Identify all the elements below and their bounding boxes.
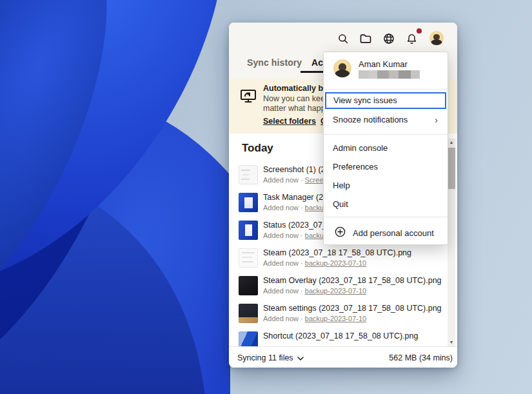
file-title: Shortcut (2023_07_18 17_58_08 UTC).png <box>263 331 445 340</box>
file-folder-link[interactable]: backup-2023-07-10 <box>305 259 366 267</box>
scroll-down-button[interactable]: ▼ <box>448 339 455 346</box>
file-thumbnail <box>239 276 258 295</box>
file-row[interactable]: Steam Overlay (2023_07_18 17_58_08 UTC).… <box>229 275 448 301</box>
menu-divider <box>324 217 448 217</box>
menu-item-add-personal-account[interactable]: Add personal account <box>324 222 447 244</box>
chevron-down-icon <box>297 353 304 362</box>
menu-item-preferences[interactable]: Preferences <box>324 159 447 175</box>
desktop-wallpaper <box>0 0 230 394</box>
tab-sync-history[interactable]: Sync history <box>247 57 302 68</box>
file-title: Steam (2023_07_18 17_58_08 UTC).png <box>263 248 445 257</box>
file-status: Added now · <box>263 204 303 212</box>
account-avatar <box>333 59 351 77</box>
user-name: Aman Kumar <box>359 59 408 69</box>
sync-status-text: Syncing 11 files <box>237 353 293 362</box>
file-status: Added now · <box>263 259 303 267</box>
scrollbar-thumb[interactable] <box>448 148 455 189</box>
sync-usage-text: 562 MB (34 mins) <box>389 353 453 362</box>
list-scrollbar[interactable]: ▲ ▼ <box>448 139 455 346</box>
menu-item-quit[interactable]: Quit <box>324 196 447 213</box>
scroll-up-button[interactable]: ▲ <box>448 139 455 146</box>
file-row[interactable]: Steam (2023_07_18 17_58_08 UTC).png Adde… <box>229 248 448 273</box>
notification-badge <box>417 28 422 34</box>
file-thumbnail <box>239 331 258 346</box>
menu-divider <box>324 89 448 90</box>
menu-divider <box>324 134 448 135</box>
menu-item-snooze-notifications[interactable]: Snooze notifications › <box>324 112 447 128</box>
menu-item-view-sync-issues[interactable]: View sync issues <box>325 92 446 109</box>
account-menu: Aman Kumar View sync issues Snooze notif… <box>323 52 448 245</box>
notifications-bell-icon[interactable] <box>404 32 419 46</box>
redacted-email <box>359 70 420 79</box>
folder-icon[interactable] <box>359 32 373 46</box>
file-thumbnail <box>239 304 258 323</box>
status-bar: Syncing 11 files 562 MB (34 mins) <box>229 346 457 368</box>
file-thumbnail <box>239 221 258 240</box>
globe-icon[interactable] <box>382 32 396 46</box>
menu-item-help[interactable]: Help <box>324 177 447 194</box>
file-row[interactable]: Steam settings (2023_07_18 17_58_08 UTC)… <box>229 303 448 329</box>
select-folders-link[interactable]: Select folders <box>263 117 316 126</box>
search-icon[interactable] <box>336 32 350 46</box>
file-folder-link[interactable]: backup-2023-07-10 <box>305 287 366 295</box>
menu-item-admin-console[interactable]: Admin console <box>324 140 447 157</box>
file-status: Added now · <box>263 287 303 295</box>
account-avatar[interactable] <box>429 31 444 45</box>
file-row[interactable]: Shortcut (2023_07_18 17_58_08 UTC).png <box>229 331 448 346</box>
backup-monitor-icon <box>239 87 257 108</box>
file-thumbnail <box>239 248 258 268</box>
section-header-today: Today <box>242 142 273 155</box>
file-status: Added now · <box>263 231 303 239</box>
file-status: Added now · <box>263 176 303 184</box>
plus-circle-icon <box>334 226 346 240</box>
file-thumbnail <box>239 193 258 212</box>
submenu-chevron-icon: › <box>435 112 438 128</box>
file-folder-link[interactable]: backup-2023-07-10 <box>305 315 366 322</box>
file-title: Steam settings (2023_07_18 17_58_08 UTC)… <box>263 304 445 313</box>
sync-status-dropdown[interactable]: Syncing 11 files <box>237 353 304 362</box>
file-thumbnail <box>239 165 258 184</box>
file-status: Added now · <box>263 315 303 322</box>
file-title: Steam Overlay (2023_07_18 17_58_08 UTC).… <box>263 276 445 285</box>
